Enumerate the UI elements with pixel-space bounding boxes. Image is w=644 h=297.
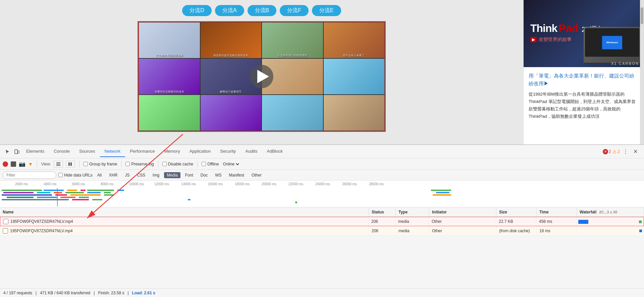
tl-bar-2	[44, 190, 64, 191]
record-button[interactable]	[3, 161, 8, 167]
th-time[interactable]: Time	[537, 207, 577, 216]
separator-req: |	[36, 291, 37, 295]
throttle-select[interactable]: Online	[222, 161, 240, 167]
cursor-icon[interactable]	[3, 147, 12, 156]
tab-elements[interactable]: Elements	[21, 146, 49, 157]
svg-rect-2	[56, 162, 60, 163]
filter-input[interactable]	[3, 171, 56, 179]
svg-rect-0	[15, 150, 17, 154]
stream-btn-a[interactable]: 分流A	[215, 5, 244, 16]
td-type-1: media	[395, 217, 429, 226]
tl-bar-3	[67, 190, 77, 191]
filter-xhr-btn[interactable]: XHR	[106, 172, 120, 178]
filter-icon[interactable]: ▼	[28, 161, 33, 167]
video-player[interactable]: 沪土角色·乃至接近道具 请提前到超市选购当地的道具 出远前对我们的热情增加 你不…	[138, 21, 386, 132]
td-name-1: 195FOW0FQV87ZSDR47NLV.mp4	[0, 217, 369, 226]
stop-button[interactable]	[11, 161, 16, 167]
tl-bar-far-3	[433, 194, 451, 196]
svg-rect-1	[18, 151, 19, 153]
tl-bar-19	[60, 197, 75, 198]
row-checkbox-1[interactable]	[3, 219, 8, 224]
filter-manifest-btn[interactable]: Manifest	[226, 172, 247, 178]
th-waterfall[interactable]: Waterfall 2C...3 s 30	[577, 207, 644, 216]
offline-checkbox[interactable]	[202, 162, 206, 166]
tab-sources[interactable]: Sources	[74, 146, 100, 157]
td-initiator-1: Other	[429, 217, 496, 226]
subtitle-5: 有哪些你无聊看到的道具	[139, 90, 200, 94]
hide-data-urls-checkbox[interactable]	[58, 173, 63, 177]
tl-bar-far-2	[436, 192, 449, 193]
subtitle-3: 出远前对我们的热情增加	[262, 54, 323, 57]
filter-ws-btn[interactable]: WS	[212, 172, 224, 178]
preserve-log-label[interactable]: Preserve log	[125, 162, 154, 166]
ad-scrollbar[interactable]	[640, 0, 644, 144]
video-cell-9	[139, 95, 200, 131]
group-by-frame-label[interactable]: Group by frame	[84, 162, 117, 166]
tab-performance[interactable]: Performance	[125, 146, 159, 157]
tab-security[interactable]: Security	[215, 146, 240, 157]
warn-icon: ⚠	[612, 149, 617, 154]
tab-audits[interactable]: Audits	[240, 146, 262, 157]
stream-btn-d[interactable]: 分流D	[182, 5, 212, 16]
video-cell-12	[323, 95, 385, 131]
waterfall-view-btn[interactable]	[66, 161, 75, 167]
subtitle-6: 解释这个故事情节	[201, 90, 262, 94]
stream-btn-f[interactable]: 分流F	[280, 5, 309, 16]
disable-cache-checkbox[interactable]	[162, 162, 167, 166]
th-name[interactable]: Name	[0, 207, 369, 216]
tab-memory[interactable]: Memory	[160, 146, 185, 157]
separator-1	[37, 161, 37, 167]
video-cell-2: 请提前到超市选购当地的道具	[200, 22, 262, 58]
filter-other-btn[interactable]: Other	[249, 172, 264, 178]
stream-btn-e[interactable]: 分流E	[312, 5, 341, 16]
tl-bar-4	[80, 190, 86, 191]
th-initiator[interactable]: Initiator	[429, 207, 496, 216]
list-view-btn[interactable]	[54, 161, 63, 167]
svg-rect-4	[56, 165, 60, 166]
offline-label[interactable]: Offline	[202, 162, 219, 166]
warn-badge: ⚠ 2	[612, 149, 620, 154]
td-time-1: 458 ms	[536, 217, 577, 226]
ad-headline: 用「筆電」為各大企業革新！銀行、建設公司紛紛改用▶	[529, 72, 639, 87]
transferred-size: 471 KB / 640 KB transferred	[40, 291, 90, 295]
video-cell-7	[262, 58, 323, 95]
tab-console[interactable]: Console	[49, 146, 74, 157]
warn-count: 2	[618, 149, 620, 154]
group-by-frame-checkbox[interactable]	[84, 162, 88, 166]
advertisement: Think Pad 25週年 ▶ 改變世界的故事 Windows	[523, 0, 644, 144]
filter-doc-btn[interactable]: Doc	[198, 172, 210, 178]
filter-all-btn[interactable]: All	[95, 172, 104, 178]
device-icon[interactable]	[12, 147, 21, 156]
more-options-icon[interactable]: ⋮	[622, 148, 630, 155]
th-status[interactable]: Status	[369, 207, 396, 216]
filter-css-btn[interactable]: CSS	[134, 172, 148, 178]
stream-btn-b[interactable]: 分流B	[248, 5, 277, 16]
devtools-panel: Elements Console Sources Network Perform…	[0, 144, 644, 297]
svg-rect-5	[68, 162, 70, 166]
row-checkbox-2[interactable]	[3, 228, 8, 234]
td-type-2: media	[396, 226, 429, 235]
tab-application[interactable]: Application	[185, 146, 216, 157]
preserve-log-checkbox[interactable]	[125, 162, 130, 166]
tl-bar-22	[72, 199, 89, 200]
th-type[interactable]: Type	[396, 207, 429, 216]
filter-js-btn[interactable]: JS	[122, 172, 132, 178]
tab-network[interactable]: Network	[100, 146, 125, 157]
ad-scroll-thumb[interactable]	[641, 7, 643, 24]
filter-font-btn[interactable]: Font	[182, 172, 196, 178]
filter-img-btn[interactable]: Img	[150, 172, 162, 178]
th-size[interactable]: Size	[496, 207, 537, 216]
ad-body-text: 從1992年IBM推出第一台具有薄膜晶體管顯示器的ThinkPad 筆記型電腦開…	[529, 91, 639, 120]
thinkpad-logo-pad: Pad	[558, 22, 578, 35]
subtitle-2: 请提前到超市选购当地的道具	[201, 54, 262, 57]
disable-cache-label[interactable]: Disable cache	[162, 162, 193, 166]
hide-data-urls-label[interactable]: Hide data URLs	[58, 173, 93, 178]
screenshot-icon[interactable]: 📷	[19, 161, 25, 167]
table-row-2[interactable]: 195FOW0FQV87ZSDR47NLV.mp4 206 media Othe…	[0, 226, 644, 236]
table-row-1[interactable]: 195FOW0FQV87ZSDR47NLV.mp4 206 media Othe…	[0, 217, 644, 226]
video-cell-11	[262, 95, 323, 131]
tab-adblock[interactable]: AdBlock	[262, 146, 287, 157]
close-devtools-icon[interactable]: ✕	[631, 148, 640, 155]
filter-media-btn[interactable]: Media	[164, 172, 180, 178]
separator-tf: |	[94, 291, 95, 295]
